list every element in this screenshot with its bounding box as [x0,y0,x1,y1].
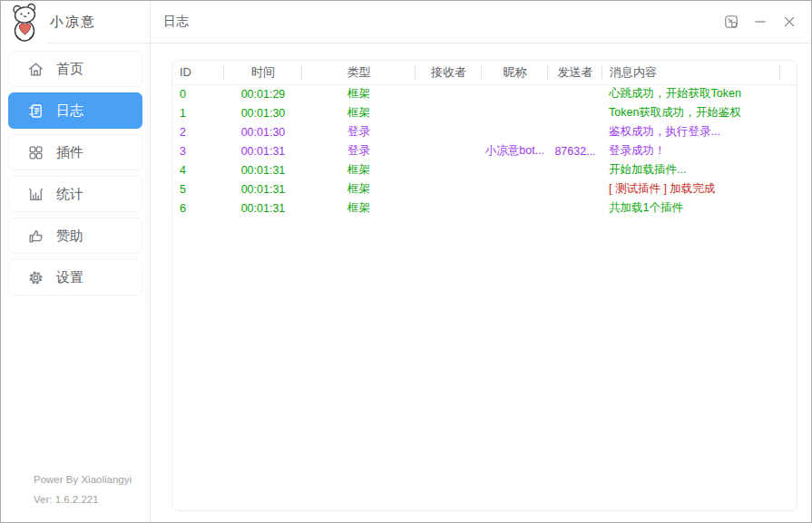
close-button[interactable] [775,8,804,35]
column-header-id: ID [172,61,224,84]
column-header-nickname: 昵称 [482,61,548,84]
minimize-to-tray-button[interactable] [717,8,746,35]
cell-sender [548,179,602,199]
table-row[interactable]: 400:01:31框架开始加载插件... [172,160,797,179]
sidebar-footer: Power By Xiaoliangyi Ver: 1.6.2.221 [1,470,150,522]
cell-receiver [416,84,482,103]
cell-spacer [780,84,797,103]
cell-id: 6 [172,199,224,218]
sidebar-nav: 首页 日志 插件 [1,44,150,295]
cell-type: 框架 [302,84,416,103]
sidebar-header: 小凉意 [1,1,150,44]
cell-time: 00:01:30 [224,122,302,141]
cell-id: 4 [172,160,224,179]
sidebar-item-log[interactable]: 日志 [8,92,142,129]
column-header-sender: 发送者 [548,61,602,84]
stats-icon [27,186,44,203]
cell-sender [548,103,602,122]
cell-time: 00:01:30 [224,103,302,122]
column-header-type: 类型 [302,61,416,84]
cell-receiver [416,141,482,160]
cell-sender: 87632... [548,141,602,160]
cell-receiver [416,179,482,199]
settings-icon [27,269,44,286]
sidebar-item-label: 统计 [56,186,83,203]
version-text: Ver: 1.6.2.221 [34,490,144,509]
log-table-panel: ID 时间 类型 接收者 昵称 发送者 消息内容 000:01:29框架心跳成功… [171,60,797,511]
table-row[interactable]: 300:01:31登录小凉意bot...87632...登录成功！ [172,141,797,160]
cell-message: 开始加载插件... [602,160,780,179]
plugin-icon [27,144,44,161]
cell-type: 框架 [302,103,416,122]
window-controls [717,8,804,35]
cell-nickname [482,103,548,122]
table-row[interactable]: 100:01:30框架Token获取成功，开始鉴权 [172,103,797,122]
cell-id: 5 [172,179,224,199]
log-icon [27,102,44,120]
close-icon [782,15,797,29]
cell-nickname [482,160,548,179]
cell-spacer [780,179,797,199]
table-row[interactable]: 200:01:30登录鉴权成功，执行登录... [172,122,797,141]
cell-type: 登录 [302,141,416,160]
sidebar-item-label: 日志 [56,102,83,120]
column-header-message: 消息内容 [602,61,780,84]
column-header-time: 时间 [224,61,302,84]
minimize-icon [753,15,768,29]
sponsor-icon [27,228,44,245]
cell-type: 框架 [302,199,416,218]
table-row[interactable]: 000:01:29框架心跳成功，开始获取Token [172,84,797,103]
table-header-row: ID 时间 类型 接收者 昵称 发送者 消息内容 [172,61,797,84]
table-row[interactable]: 500:01:31框架[ 测试插件 ] 加载完成 [172,179,797,199]
cell-time: 00:01:31 [224,179,302,199]
cell-time: 00:01:31 [224,199,302,218]
cell-type: 框架 [302,160,416,179]
cell-spacer [780,103,797,122]
cell-id: 2 [172,122,224,141]
cell-message: 共加载1个插件 [602,199,780,218]
sidebar-item-label: 设置 [56,269,83,286]
cell-id: 1 [172,103,224,122]
column-header-receiver: 接收者 [416,61,482,84]
app-window: 小凉意 首页 日志 [0,0,812,523]
bear-logo-icon [6,3,44,43]
cell-time: 00:01:31 [224,141,302,160]
minimize-button[interactable] [746,8,775,35]
table-row[interactable]: 600:01:31框架共加载1个插件 [172,199,797,218]
cell-time: 00:01:29 [224,84,302,103]
sidebar-item-label: 赞助 [56,228,83,245]
cell-receiver [416,122,482,141]
column-header-spacer [780,61,797,84]
cell-time: 00:01:31 [224,160,302,179]
powered-by-text: Power By Xiaoliangyi [34,470,144,489]
cell-message: 心跳成功，开始获取Token [602,84,780,103]
sidebar-item-sponsor[interactable]: 赞助 [8,218,142,254]
sidebar-item-home[interactable]: 首页 [8,51,142,87]
cell-receiver [416,160,482,179]
cell-id: 0 [172,84,224,103]
cell-sender [548,122,602,141]
cell-nickname: 小凉意bot... [482,141,548,160]
page-title: 日志 [163,14,189,30]
content-area: ID 时间 类型 接收者 昵称 发送者 消息内容 000:01:29框架心跳成功… [151,44,811,522]
sidebar: 小凉意 首页 日志 [1,1,151,522]
cell-sender [548,84,602,103]
cell-type: 框架 [302,179,416,199]
log-table: ID 时间 类型 接收者 昵称 发送者 消息内容 000:01:29框架心跳成功… [172,61,797,218]
cell-message: 鉴权成功，执行登录... [602,122,780,141]
main-area: 日志 [151,1,811,522]
sidebar-item-plugins[interactable]: 插件 [8,134,142,170]
cell-spacer [780,160,797,179]
cell-nickname [482,199,548,218]
cell-sender [548,199,602,218]
cell-type: 登录 [302,122,416,141]
cell-spacer [780,141,797,160]
log-table-body: 000:01:29框架心跳成功，开始获取Token100:01:30框架Toke… [172,84,797,218]
sidebar-item-settings[interactable]: 设置 [8,259,142,295]
cell-receiver [416,199,482,218]
cell-message: 登录成功！ [602,141,780,160]
cell-nickname [482,179,548,199]
sidebar-item-stats[interactable]: 统计 [8,176,142,212]
sidebar-item-label: 插件 [56,144,83,161]
cell-id: 3 [172,141,224,160]
